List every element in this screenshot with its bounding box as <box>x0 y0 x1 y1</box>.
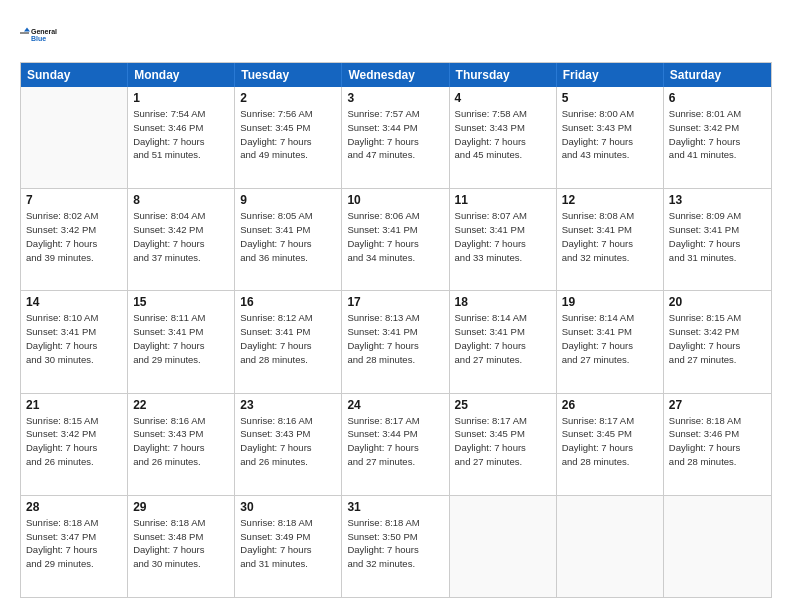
header-tuesday: Tuesday <box>235 63 342 87</box>
day-info-30: Sunrise: 8:18 AM Sunset: 3:49 PM Dayligh… <box>240 516 336 571</box>
day-info-19: Sunrise: 8:14 AM Sunset: 3:41 PM Dayligh… <box>562 311 658 366</box>
day-info-6: Sunrise: 8:01 AM Sunset: 3:42 PM Dayligh… <box>669 107 766 162</box>
day-info-7: Sunrise: 8:02 AM Sunset: 3:42 PM Dayligh… <box>26 209 122 264</box>
header-thursday: Thursday <box>450 63 557 87</box>
day-info-17: Sunrise: 8:13 AM Sunset: 3:41 PM Dayligh… <box>347 311 443 366</box>
day-number-28: 28 <box>26 500 122 514</box>
day-number-8: 8 <box>133 193 229 207</box>
svg-rect-3 <box>20 33 29 34</box>
day-number-29: 29 <box>133 500 229 514</box>
day-2: 2Sunrise: 7:56 AM Sunset: 3:45 PM Daylig… <box>235 87 342 188</box>
day-info-20: Sunrise: 8:15 AM Sunset: 3:42 PM Dayligh… <box>669 311 766 366</box>
day-15: 15Sunrise: 8:11 AM Sunset: 3:41 PM Dayli… <box>128 291 235 392</box>
day-7: 7Sunrise: 8:02 AM Sunset: 3:42 PM Daylig… <box>21 189 128 290</box>
svg-text:Blue: Blue <box>31 35 46 42</box>
day-number-20: 20 <box>669 295 766 309</box>
svg-marker-2 <box>24 28 30 32</box>
day-number-16: 16 <box>240 295 336 309</box>
day-26: 26Sunrise: 8:17 AM Sunset: 3:45 PM Dayli… <box>557 394 664 495</box>
day-number-10: 10 <box>347 193 443 207</box>
calendar-header-row: SundayMondayTuesdayWednesdayThursdayFrid… <box>21 63 771 87</box>
day-25: 25Sunrise: 8:17 AM Sunset: 3:45 PM Dayli… <box>450 394 557 495</box>
day-number-6: 6 <box>669 91 766 105</box>
day-4: 4Sunrise: 7:58 AM Sunset: 3:43 PM Daylig… <box>450 87 557 188</box>
day-9: 9Sunrise: 8:05 AM Sunset: 3:41 PM Daylig… <box>235 189 342 290</box>
day-1: 1Sunrise: 7:54 AM Sunset: 3:46 PM Daylig… <box>128 87 235 188</box>
empty-cell-0-0 <box>21 87 128 188</box>
day-6: 6Sunrise: 8:01 AM Sunset: 3:42 PM Daylig… <box>664 87 771 188</box>
logo-svg: General Blue <box>20 18 60 52</box>
header-sunday: Sunday <box>21 63 128 87</box>
day-info-22: Sunrise: 8:16 AM Sunset: 3:43 PM Dayligh… <box>133 414 229 469</box>
header-wednesday: Wednesday <box>342 63 449 87</box>
day-21: 21Sunrise: 8:15 AM Sunset: 3:42 PM Dayli… <box>21 394 128 495</box>
day-info-29: Sunrise: 8:18 AM Sunset: 3:48 PM Dayligh… <box>133 516 229 571</box>
day-info-8: Sunrise: 8:04 AM Sunset: 3:42 PM Dayligh… <box>133 209 229 264</box>
day-number-30: 30 <box>240 500 336 514</box>
week-1: 1Sunrise: 7:54 AM Sunset: 3:46 PM Daylig… <box>21 87 771 189</box>
day-19: 19Sunrise: 8:14 AM Sunset: 3:41 PM Dayli… <box>557 291 664 392</box>
day-14: 14Sunrise: 8:10 AM Sunset: 3:41 PM Dayli… <box>21 291 128 392</box>
day-info-21: Sunrise: 8:15 AM Sunset: 3:42 PM Dayligh… <box>26 414 122 469</box>
day-28: 28Sunrise: 8:18 AM Sunset: 3:47 PM Dayli… <box>21 496 128 597</box>
day-info-16: Sunrise: 8:12 AM Sunset: 3:41 PM Dayligh… <box>240 311 336 366</box>
day-info-9: Sunrise: 8:05 AM Sunset: 3:41 PM Dayligh… <box>240 209 336 264</box>
day-number-17: 17 <box>347 295 443 309</box>
day-number-21: 21 <box>26 398 122 412</box>
day-30: 30Sunrise: 8:18 AM Sunset: 3:49 PM Dayli… <box>235 496 342 597</box>
day-number-1: 1 <box>133 91 229 105</box>
calendar: SundayMondayTuesdayWednesdayThursdayFrid… <box>20 62 772 598</box>
empty-cell-4-5 <box>557 496 664 597</box>
day-info-24: Sunrise: 8:17 AM Sunset: 3:44 PM Dayligh… <box>347 414 443 469</box>
day-number-19: 19 <box>562 295 658 309</box>
day-info-14: Sunrise: 8:10 AM Sunset: 3:41 PM Dayligh… <box>26 311 122 366</box>
svg-text:General: General <box>31 28 57 35</box>
day-27: 27Sunrise: 8:18 AM Sunset: 3:46 PM Dayli… <box>664 394 771 495</box>
day-10: 10Sunrise: 8:06 AM Sunset: 3:41 PM Dayli… <box>342 189 449 290</box>
day-number-11: 11 <box>455 193 551 207</box>
day-13: 13Sunrise: 8:09 AM Sunset: 3:41 PM Dayli… <box>664 189 771 290</box>
empty-cell-4-6 <box>664 496 771 597</box>
day-20: 20Sunrise: 8:15 AM Sunset: 3:42 PM Dayli… <box>664 291 771 392</box>
day-number-22: 22 <box>133 398 229 412</box>
day-number-27: 27 <box>669 398 766 412</box>
day-info-15: Sunrise: 8:11 AM Sunset: 3:41 PM Dayligh… <box>133 311 229 366</box>
day-info-23: Sunrise: 8:16 AM Sunset: 3:43 PM Dayligh… <box>240 414 336 469</box>
day-info-2: Sunrise: 7:56 AM Sunset: 3:45 PM Dayligh… <box>240 107 336 162</box>
day-number-12: 12 <box>562 193 658 207</box>
day-number-14: 14 <box>26 295 122 309</box>
day-number-13: 13 <box>669 193 766 207</box>
day-info-27: Sunrise: 8:18 AM Sunset: 3:46 PM Dayligh… <box>669 414 766 469</box>
day-info-13: Sunrise: 8:09 AM Sunset: 3:41 PM Dayligh… <box>669 209 766 264</box>
day-3: 3Sunrise: 7:57 AM Sunset: 3:44 PM Daylig… <box>342 87 449 188</box>
day-info-10: Sunrise: 8:06 AM Sunset: 3:41 PM Dayligh… <box>347 209 443 264</box>
day-info-11: Sunrise: 8:07 AM Sunset: 3:41 PM Dayligh… <box>455 209 551 264</box>
day-18: 18Sunrise: 8:14 AM Sunset: 3:41 PM Dayli… <box>450 291 557 392</box>
calendar-body: 1Sunrise: 7:54 AM Sunset: 3:46 PM Daylig… <box>21 87 771 597</box>
day-number-7: 7 <box>26 193 122 207</box>
day-12: 12Sunrise: 8:08 AM Sunset: 3:41 PM Dayli… <box>557 189 664 290</box>
week-4: 21Sunrise: 8:15 AM Sunset: 3:42 PM Dayli… <box>21 394 771 496</box>
day-info-4: Sunrise: 7:58 AM Sunset: 3:43 PM Dayligh… <box>455 107 551 162</box>
day-number-2: 2 <box>240 91 336 105</box>
page: General Blue SundayMondayTuesdayWednesda… <box>0 0 792 612</box>
header-friday: Friday <box>557 63 664 87</box>
day-number-18: 18 <box>455 295 551 309</box>
day-24: 24Sunrise: 8:17 AM Sunset: 3:44 PM Dayli… <box>342 394 449 495</box>
day-number-9: 9 <box>240 193 336 207</box>
day-5: 5Sunrise: 8:00 AM Sunset: 3:43 PM Daylig… <box>557 87 664 188</box>
week-3: 14Sunrise: 8:10 AM Sunset: 3:41 PM Dayli… <box>21 291 771 393</box>
day-8: 8Sunrise: 8:04 AM Sunset: 3:42 PM Daylig… <box>128 189 235 290</box>
day-number-24: 24 <box>347 398 443 412</box>
header: General Blue <box>20 18 772 52</box>
day-22: 22Sunrise: 8:16 AM Sunset: 3:43 PM Dayli… <box>128 394 235 495</box>
day-info-5: Sunrise: 8:00 AM Sunset: 3:43 PM Dayligh… <box>562 107 658 162</box>
day-number-3: 3 <box>347 91 443 105</box>
header-saturday: Saturday <box>664 63 771 87</box>
day-number-4: 4 <box>455 91 551 105</box>
empty-cell-4-4 <box>450 496 557 597</box>
day-info-25: Sunrise: 8:17 AM Sunset: 3:45 PM Dayligh… <box>455 414 551 469</box>
day-info-31: Sunrise: 8:18 AM Sunset: 3:50 PM Dayligh… <box>347 516 443 571</box>
day-info-28: Sunrise: 8:18 AM Sunset: 3:47 PM Dayligh… <box>26 516 122 571</box>
day-info-1: Sunrise: 7:54 AM Sunset: 3:46 PM Dayligh… <box>133 107 229 162</box>
